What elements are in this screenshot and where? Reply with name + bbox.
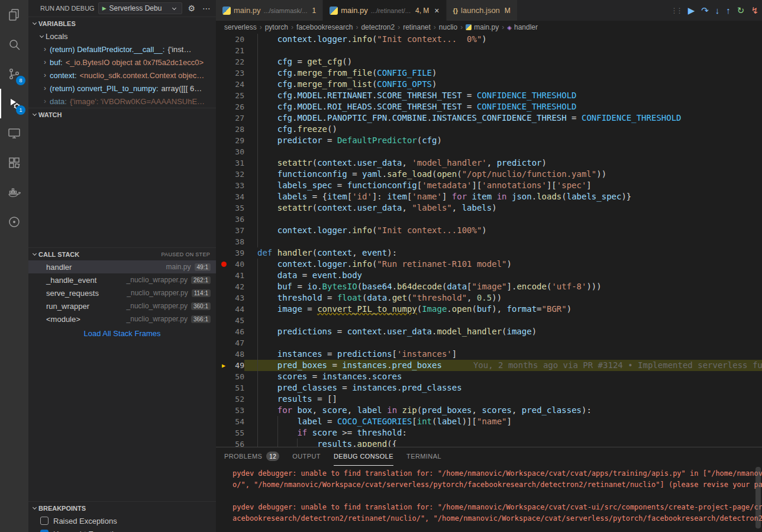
variable-row[interactable]: ›data:{'image': 'iVBORw0KG=AAAANSUhE…	[28, 95, 216, 108]
breakpoint-icon[interactable]	[221, 262, 227, 267]
gutter-glyph-margin[interactable]	[216, 281, 231, 292]
code-line[interactable]: 34 labels = {item['id']: item['name'] fo…	[216, 191, 762, 202]
remote-explorer-icon[interactable]	[0, 118, 28, 148]
gutter-glyph-margin[interactable]	[216, 90, 231, 101]
gutter-glyph-margin[interactable]	[216, 191, 231, 202]
code-line[interactable]: 51 pred_classes = instances.pred_classes	[216, 382, 762, 394]
breadcrumb-item[interactable]: detectron2	[361, 23, 395, 31]
gutter-glyph-margin[interactable]	[216, 236, 231, 247]
gutter-glyph-margin[interactable]	[216, 56, 231, 67]
gutter-glyph-margin[interactable]	[216, 349, 231, 360]
stack-frame-row[interactable]: run_wrapper_nuclio_wrapper.py360:1	[28, 299, 216, 312]
code-line[interactable]: 21	[216, 45, 762, 56]
step-out-button[interactable]: ↑	[726, 6, 731, 15]
panel-scrollbar[interactable]	[755, 467, 761, 528]
extension-circle-icon[interactable]	[0, 207, 28, 237]
code-line[interactable]: 25 cfg.MODEL.RETINANET.SCORE_THRESH_TEST…	[216, 90, 762, 101]
code-line[interactable]: 41 data = event.body	[216, 270, 762, 281]
breadcrumb-item[interactable]: serverless	[224, 23, 257, 31]
panel-tab-terminal[interactable]: TERMINAL	[406, 447, 441, 466]
tab-launch-json[interactable]: {} launch.json M	[447, 0, 518, 21]
code-line[interactable]: 42 buf = io.BytesIO(base64.b64decode(dat…	[216, 281, 762, 292]
code-line[interactable]: 23 cfg.merge_from_file(CONFIG_FILE)	[216, 67, 762, 79]
gutter-glyph-margin[interactable]	[216, 382, 231, 394]
stack-frame-row[interactable]: serve_requests_nuclio_wrapper.py114:1	[28, 286, 216, 299]
toolbar-drag-handle[interactable]: ⋮⋮	[671, 7, 682, 15]
code-line[interactable]: 54 label = COCO_CATEGORIES[int(label)]["…	[216, 416, 762, 427]
gutter-glyph-margin[interactable]	[216, 270, 231, 281]
breadcrumb-item[interactable]: main.py	[466, 23, 499, 31]
code-line[interactable]: 27 cfg.MODEL.PANOPTIC_FPN.COMBINE.INSTAN…	[216, 112, 762, 124]
gutter-glyph-margin[interactable]	[216, 247, 231, 259]
explorer-icon[interactable]	[0, 0, 28, 30]
gutter-glyph-margin[interactable]: ▶	[216, 360, 231, 371]
tab-main-py-retinanet[interactable]: main.py .../retinanet/... 4, M ×	[323, 0, 446, 21]
code-line[interactable]: 31 setattr(context.user_data, 'model_han…	[216, 157, 762, 169]
variable-row[interactable]: ›buf:<_io.BytesIO object at 0x7f5a2dc1ec…	[28, 56, 216, 69]
gutter-glyph-margin[interactable]	[216, 259, 231, 270]
code-line[interactable]: 43 threshold = float(data.get("threshold…	[216, 292, 762, 304]
step-into-button[interactable]: ↓	[715, 6, 720, 15]
code-line[interactable]: 24 cfg.merge_from_list(CONFIG_OPTS)	[216, 79, 762, 90]
panel-tab-output[interactable]: OUTPUT	[292, 447, 321, 466]
gutter-glyph-margin[interactable]	[216, 135, 231, 146]
gutter-glyph-margin[interactable]	[216, 146, 231, 157]
gutter-glyph-margin[interactable]	[216, 101, 231, 112]
breakpoint-row[interactable]: Raised Exceptions	[28, 514, 216, 527]
tab-main-py-siammask[interactable]: main.py .../siammask/... 1	[216, 0, 323, 21]
gutter-glyph-margin[interactable]	[216, 439, 231, 447]
disconnect-button[interactable]: ↯	[751, 6, 758, 15]
code-line[interactable]: 48 instances = predictions['instances']	[216, 349, 762, 360]
gutter-glyph-margin[interactable]	[216, 225, 231, 236]
stack-frame-row[interactable]: _handle_event_nuclio_wrapper.py262:1	[28, 273, 216, 286]
gutter-glyph-margin[interactable]	[216, 304, 231, 315]
load-all-stack-frames-link[interactable]: Load All Stack Frames	[28, 325, 216, 341]
gutter-glyph-margin[interactable]	[216, 371, 231, 382]
run-and-debug-icon[interactable]: 1	[0, 89, 28, 118]
gutter-glyph-margin[interactable]	[216, 79, 231, 90]
code-line[interactable]: 36	[216, 214, 762, 225]
launch-config-select[interactable]: ▶ Serverless Debu	[98, 2, 183, 14]
gutter-glyph-margin[interactable]	[216, 45, 231, 56]
code-line[interactable]: 52 results = []	[216, 394, 762, 405]
gutter-glyph-margin[interactable]	[216, 169, 231, 180]
code-line[interactable]: 35 setattr(context.user_data, "labels", …	[216, 202, 762, 214]
stack-frame-row[interactable]: handlermain.py49:1	[28, 260, 216, 273]
code-editor[interactable]: 20 context.logger.info("Init context... …	[216, 34, 762, 447]
continue-button[interactable]: ▶	[688, 6, 695, 15]
watch-section-header[interactable]: WATCH	[28, 108, 216, 121]
checkbox[interactable]	[40, 517, 49, 525]
gear-icon[interactable]: ⚙	[186, 4, 197, 13]
code-line[interactable]: 40 context.logger.info("Run retinanet-R1…	[216, 259, 762, 270]
gutter-glyph-margin[interactable]	[216, 416, 231, 427]
breadcrumb-item[interactable]: ◈handler	[507, 23, 538, 31]
variable-row[interactable]: ›context:<nuclio_sdk.context.Context obj…	[28, 69, 216, 82]
close-icon[interactable]: ×	[434, 6, 439, 15]
code-line[interactable]: 32 functionconfig = yaml.safe_load(open(…	[216, 169, 762, 180]
variable-row[interactable]: ›(return) DefaultPredictor.__call__:{'in…	[28, 43, 216, 56]
gutter-glyph-margin[interactable]	[216, 326, 231, 337]
code-line[interactable]: 46 predictions = context.user_data.model…	[216, 326, 762, 337]
code-line[interactable]: 29 predictor = DefaultPredictor(cfg)	[216, 135, 762, 146]
panel-tab-problems[interactable]: PROBLEMS12	[224, 447, 279, 466]
code-line[interactable]: 37 context.logger.info("Init context...1…	[216, 225, 762, 236]
gutter-glyph-margin[interactable]	[216, 157, 231, 169]
scope-locals[interactable]: Locals	[28, 30, 216, 43]
code-line[interactable]: 22 cfg = get_cfg()	[216, 56, 762, 67]
variable-row[interactable]: ›(return) convert_PIL_to_numpy:array([[[…	[28, 82, 216, 95]
extensions-icon[interactable]	[0, 148, 28, 178]
debug-console-output[interactable]: pydev debugger: unable to find translati…	[216, 466, 762, 532]
gutter-glyph-margin[interactable]	[216, 427, 231, 439]
code-line[interactable]: 55 if score >= threshold:	[216, 427, 762, 439]
breadcrumb-item[interactable]: pytorch	[265, 23, 288, 31]
gutter-glyph-margin[interactable]	[216, 34, 231, 45]
gutter-glyph-margin[interactable]	[216, 202, 231, 214]
code-line[interactable]: 44 image = convert_PIL_to_numpy(Image.op…	[216, 304, 762, 315]
breakpoint-row[interactable]: ✓Uncaught Exceptions	[28, 527, 216, 532]
more-actions-icon[interactable]: ⋯	[201, 4, 212, 13]
call-stack-section-header[interactable]: CALL STACK PAUSED ON STEP	[28, 247, 216, 260]
gutter-glyph-margin[interactable]	[216, 337, 231, 349]
stack-frame-row[interactable]: <module>_nuclio_wrapper.py366:1	[28, 312, 216, 325]
variables-section-header[interactable]: VARIABLES	[28, 17, 216, 30]
code-line[interactable]: 56 results.append({	[216, 439, 762, 447]
